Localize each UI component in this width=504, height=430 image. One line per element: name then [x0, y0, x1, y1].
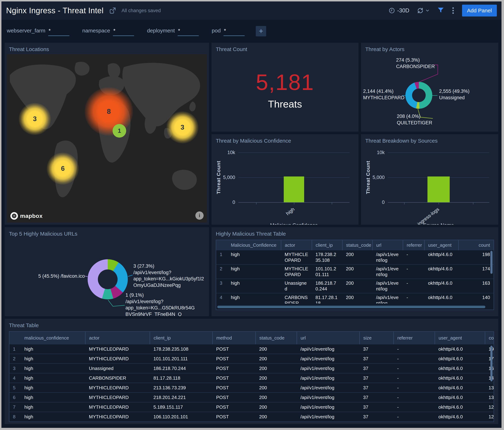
column-header-user_agent[interactable]: user_agent — [435, 332, 485, 344]
column-header-actor[interactable]: actor — [85, 332, 150, 344]
cell: /api/v1/event/log — [372, 293, 403, 304]
table-container: Malicious_Confidenceactorclient_ipstatus… — [216, 240, 494, 310]
cell: 106.110.201.101 — [150, 412, 213, 421]
row-index: 2 — [9, 354, 21, 364]
add-filter-button[interactable]: + — [256, 26, 266, 36]
x-tick-label: nginx-ingress-logs — [406, 206, 440, 225]
cell: high — [227, 250, 281, 264]
map-cluster-bubble[interactable]: 6 — [47, 152, 79, 185]
cell: POST — [213, 373, 256, 383]
bar-high[interactable] — [284, 177, 304, 202]
cell: 126 — [485, 412, 494, 421]
table-row[interactable]: 2highMYTHICLEOPARD101.101.201.111200/api… — [216, 264, 494, 279]
column-header-malicious_confidence[interactable]: malicious_confidence — [21, 332, 85, 344]
filter-input[interactable]: * — [113, 27, 134, 36]
cell: /api/v1/event/log — [297, 393, 360, 402]
filter-button[interactable] — [437, 7, 444, 14]
table-row[interactable]: 4highCARBONSPIDER81.17.28.118200/api/v1/… — [216, 293, 494, 304]
table-row[interactable]: 3highUnassigned186.218.70.244POST200/api… — [9, 364, 494, 373]
cell: /api/v1/event/log — [297, 373, 360, 383]
column-header-client_ip[interactable]: client_ip — [312, 240, 342, 250]
cell: 178.238.235.108 — [150, 344, 213, 354]
refresh-icon — [417, 7, 424, 14]
vertical-scrollbar[interactable] — [490, 346, 493, 381]
sources-bar-chart: Threat Count 10k 5,000 0 nginx-ingress-l… — [361, 146, 498, 225]
column-header-user_agent[interactable]: user_agent — [424, 240, 459, 250]
cell: okhttp/4.6.0 — [435, 354, 485, 364]
cell: 37 — [360, 412, 394, 421]
column-header-url[interactable]: url — [297, 332, 360, 344]
index-column-header — [216, 240, 227, 250]
map-cluster-bubble[interactable]: 1 — [113, 124, 126, 138]
cell: MYTHICLEOPARD — [85, 412, 150, 421]
horizontal-scrollbar[interactable] — [217, 306, 485, 308]
time-range-button[interactable]: -30D — [388, 7, 409, 14]
share-icon[interactable] — [109, 7, 116, 14]
column-header-url[interactable]: url — [372, 240, 403, 250]
cell: MYTHICLEOPARD — [85, 383, 150, 393]
filter-input[interactable]: * — [178, 27, 199, 36]
confidence-bar-chart: Threat Count 10k 5,000 0 high Malicious … — [211, 146, 359, 225]
filter-input[interactable]: * — [224, 27, 245, 36]
bar-nginx-ingress-logs[interactable] — [427, 177, 450, 202]
map-info-button[interactable]: i — [195, 211, 204, 220]
column-header-actor[interactable]: actor — [281, 240, 312, 250]
table-row[interactable]: 8highMYTHICLEOPARD106.110.201.101POST200… — [9, 412, 494, 421]
table-row[interactable]: 1highMYTHICLEOPARD178.238.235.108POST200… — [9, 344, 494, 354]
cell: 37 — [360, 354, 394, 364]
highly-malicious-table: Malicious_Confidenceactorclient_ipstatus… — [216, 240, 494, 304]
threat-count-unit: Threats — [268, 98, 302, 110]
panel-threat-breakdown-by-sources: Threat Breakdown by Sources Threat Count… — [361, 134, 498, 225]
table-row[interactable]: 3highUnassigned186.218.70.244200/api/v1/… — [216, 279, 494, 293]
cell: MYTHICLEOPARD — [281, 264, 312, 279]
panel-title: Top 5 Highly Malicious URLs — [5, 227, 209, 239]
table-row[interactable]: 2highMYTHICLEOPARD101.101.201.111POST200… — [9, 354, 494, 364]
cell: okhttp/4.6.0 — [435, 373, 485, 383]
vertical-scrollbar[interactable] — [490, 251, 493, 274]
panel-top-5-highly-malicious-urls: Top 5 Highly Malicious URLs 5 (45.5%) /f… — [5, 227, 209, 316]
row-index: 1 — [216, 250, 227, 264]
cell: 134 — [485, 383, 494, 393]
column-header-method[interactable]: method — [213, 332, 256, 344]
table-row[interactable]: 6highMYTHICLEOPARD218.201.24.221POST200/… — [9, 393, 494, 402]
threat-map[interactable]: 3 8 1 3 6 + mapbox i — [7, 54, 207, 223]
table-row[interactable]: 4highCARBONSPIDER81.17.28.118POST200/api… — [9, 373, 494, 383]
column-header-referrer[interactable]: referrer — [403, 240, 424, 250]
slice-label-mythicleopard: 2,144 (41.4%) MYTHICLEOPARD — [363, 88, 405, 101]
row-index: 4 — [216, 293, 227, 304]
row-index: 1 — [9, 344, 21, 354]
donut[interactable] — [88, 259, 128, 299]
refresh-button[interactable] — [417, 7, 430, 14]
cell: /api/v1/event/log — [297, 383, 360, 393]
more-options-button[interactable] — [452, 7, 455, 15]
table-row[interactable]: 5highMYTHICLEOPARD213.136.73.239POST200/… — [9, 383, 494, 393]
column-header-count[interactable]: count — [485, 332, 494, 344]
clock-icon — [388, 7, 395, 14]
cell: 37 — [360, 344, 394, 354]
y-tick: 10k — [227, 150, 235, 155]
donut[interactable] — [405, 82, 432, 109]
mapbox-attribution[interactable]: + mapbox — [10, 212, 43, 220]
cell: - — [394, 383, 435, 393]
column-header-client_ip[interactable]: client_ip — [150, 332, 213, 344]
column-header-Malicious_Confidence[interactable]: Malicious_Confidence — [227, 240, 281, 250]
cell: /api/v1/event/log — [297, 354, 360, 364]
add-panel-button[interactable]: Add Panel — [462, 5, 497, 17]
row-index: 8 — [9, 412, 21, 421]
column-header-referrer[interactable]: referrer — [394, 332, 435, 344]
table-row[interactable]: 1highMYTHICLEOPARD178.238.235.108200/api… — [216, 250, 494, 264]
cell: 200 — [256, 393, 297, 402]
column-header-count[interactable]: count — [459, 240, 494, 250]
dashboard-header: Nginx Ingress - Threat Intel All changes… — [1, 1, 502, 20]
map-cluster-bubble[interactable]: 3 — [19, 103, 51, 135]
table-row[interactable]: 7highMYTHICLEOPARD5.189.151.117POST200/a… — [9, 402, 494, 412]
cell: - — [394, 402, 435, 412]
column-header-status_code[interactable]: status_code — [342, 240, 372, 250]
column-header-status_code[interactable]: status_code — [256, 332, 297, 344]
filter-input[interactable]: * — [48, 27, 69, 36]
cell: /api/v1/event/log — [372, 264, 403, 279]
row-index: 3 — [9, 364, 21, 373]
column-header-size[interactable]: size — [360, 332, 394, 344]
map-cluster-bubble[interactable]: 3 — [166, 111, 198, 143]
cell: 37 — [360, 402, 394, 412]
